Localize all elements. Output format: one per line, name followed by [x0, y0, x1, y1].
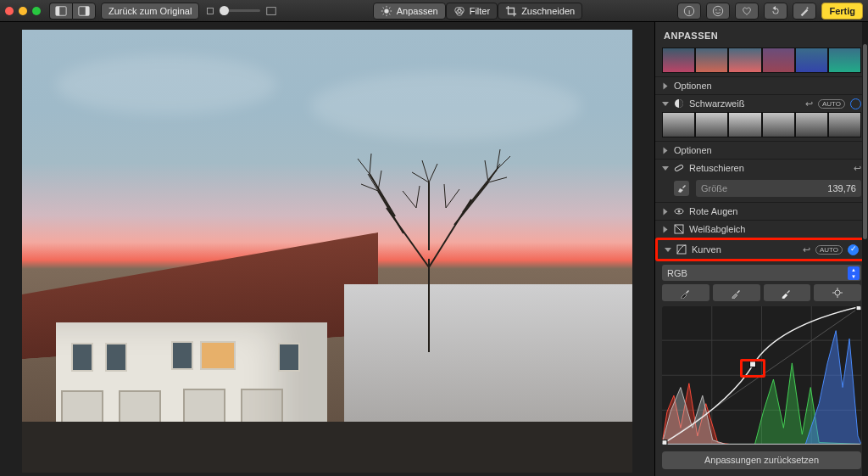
- svg-point-29: [835, 290, 840, 295]
- curves-editor[interactable]: [662, 306, 861, 444]
- rgb-label: RGB: [667, 268, 687, 278]
- zoom-slider[interactable]: [221, 9, 260, 12]
- toggle-on-icon[interactable]: [848, 244, 859, 255]
- eyedropper-black-button[interactable]: [662, 284, 709, 301]
- bw-thumbnail-strip[interactable]: [655, 112, 868, 141]
- revert-to-original-button[interactable]: Zurück zum Original: [101, 3, 199, 20]
- magic-wand-button[interactable]: [793, 3, 816, 20]
- rotate-button[interactable]: [764, 3, 787, 20]
- close-window-icon[interactable]: [5, 7, 14, 15]
- add-point-button[interactable]: [814, 284, 861, 301]
- tab-filter[interactable]: Filter: [446, 3, 498, 20]
- svg-rect-42: [662, 440, 667, 445]
- svg-rect-43: [856, 306, 861, 311]
- svg-point-6: [384, 8, 388, 13]
- zoom-slider-group: [204, 5, 277, 17]
- zoom-slider-thumb[interactable]: [220, 6, 229, 15]
- favorite-button[interactable]: [735, 3, 759, 20]
- sidebar-right-toggle[interactable]: [72, 3, 96, 20]
- svg-line-14: [389, 7, 390, 8]
- rotate-icon: [770, 5, 782, 17]
- auto-pill[interactable]: AUTO: [818, 99, 845, 109]
- curves-icon: [676, 244, 687, 255]
- chevron-right-icon: [664, 147, 668, 154]
- eyedropper-icon: [781, 287, 793, 299]
- options2-label: Optionen: [674, 145, 861, 155]
- brush-button[interactable]: [674, 181, 689, 196]
- toolbar: Zurück zum Original Anpassen Filter Zusc…: [0, 0, 868, 22]
- reset-adjustments-button[interactable]: Anpassungen zurücksetzen: [662, 451, 861, 469]
- options-row-1[interactable]: Optionen: [655, 76, 868, 94]
- curves-highlight: Kurven ↩ AUTO: [655, 238, 868, 261]
- svg-rect-5: [267, 7, 276, 14]
- scrollbar-thumb[interactable]: [863, 44, 867, 239]
- tab-crop[interactable]: Zuschneiden: [498, 3, 582, 20]
- undo-icon[interactable]: ↩: [803, 244, 810, 255]
- eyedropper-white-button[interactable]: [764, 284, 811, 301]
- retouch-label: Retuschieren: [689, 163, 849, 173]
- filter-icon: [453, 5, 465, 17]
- photo-canvas[interactable]: [0, 22, 654, 476]
- edit-mode-tabs: Anpassen Filter Zuschneiden: [373, 3, 582, 20]
- svg-rect-3: [86, 6, 89, 15]
- main-area: ANPASSEN Optionen Schwarzweiß ↩ AUTO: [0, 22, 868, 476]
- wb-icon: [674, 224, 684, 234]
- svg-point-22: [720, 8, 721, 9]
- size-field[interactable]: Größe 139,76: [696, 180, 861, 197]
- red-eye-label: Rote Augen: [689, 206, 861, 216]
- fullscreen-window-icon[interactable]: [32, 7, 41, 15]
- sidebar-scrollbar[interactable]: [862, 22, 868, 476]
- size-value: 139,76: [827, 183, 856, 193]
- svg-rect-1: [56, 6, 59, 15]
- faces-button[interactable]: [706, 3, 730, 20]
- chevron-down-icon: [665, 248, 671, 252]
- window-controls: [5, 7, 41, 15]
- tab-crop-label: Zuschneiden: [521, 6, 575, 16]
- curves-row[interactable]: Kurven ↩ AUTO: [658, 240, 865, 259]
- black-white-row[interactable]: Schwarzweiß ↩ AUTO: [655, 94, 868, 112]
- svg-rect-28: [677, 245, 686, 254]
- size-label: Größe: [701, 183, 727, 193]
- reset-label: Anpassungen zurücksetzen: [704, 455, 819, 465]
- red-eye-row[interactable]: Rote Augen: [655, 202, 868, 220]
- svg-point-20: [714, 6, 723, 15]
- adjust-icon: [381, 5, 392, 17]
- minimize-window-icon[interactable]: [19, 7, 27, 15]
- undo-icon[interactable]: ↩: [805, 98, 813, 109]
- brush-icon: [676, 183, 687, 193]
- auto-pill[interactable]: AUTO: [815, 245, 843, 255]
- rgb-stepper[interactable]: ▲ ▼: [848, 266, 860, 280]
- sidebar-left-toggle[interactable]: [49, 3, 72, 20]
- half-circle-icon: [674, 98, 684, 109]
- done-label: Fertig: [829, 6, 855, 16]
- tab-adjust-label: Anpassen: [397, 6, 438, 16]
- sidebar-right-icon: [78, 5, 90, 17]
- retouch-row[interactable]: Retuschieren ↩: [655, 159, 868, 176]
- sidebar-title: ANPASSEN: [655, 22, 868, 48]
- svg-rect-24: [675, 165, 684, 171]
- options-label: Optionen: [674, 81, 861, 91]
- sidebar-toggle-group: [49, 3, 96, 20]
- svg-rect-4: [208, 8, 214, 14]
- eye-icon: [674, 206, 684, 216]
- toggle-off-icon[interactable]: [850, 98, 861, 109]
- retouch-size-row: Größe 139,76: [655, 176, 868, 202]
- options-row-2[interactable]: Optionen: [655, 141, 868, 159]
- heart-icon: [741, 5, 753, 17]
- wand-icon: [798, 5, 810, 17]
- info-button[interactable]: i: [677, 3, 701, 20]
- done-button[interactable]: Fertig: [821, 3, 863, 20]
- white-balance-row[interactable]: Weißabgleich: [655, 220, 868, 238]
- adjust-sidebar: ANPASSEN Optionen Schwarzweiß ↩ AUTO: [654, 22, 868, 476]
- eyedropper-icon: [731, 287, 743, 299]
- rgb-channel-selector[interactable]: RGB ▲ ▼: [662, 265, 861, 281]
- eyedropper-row: [662, 284, 861, 301]
- eyedropper-gray-button[interactable]: [713, 284, 760, 301]
- svg-point-21: [716, 8, 717, 9]
- face-icon: [712, 5, 724, 17]
- tab-adjust[interactable]: Anpassen: [373, 3, 446, 20]
- svg-line-11: [382, 7, 383, 8]
- tab-filter-label: Filter: [470, 6, 490, 16]
- color-thumbnail-strip[interactable]: [655, 48, 868, 76]
- undo-icon[interactable]: ↩: [854, 163, 861, 174]
